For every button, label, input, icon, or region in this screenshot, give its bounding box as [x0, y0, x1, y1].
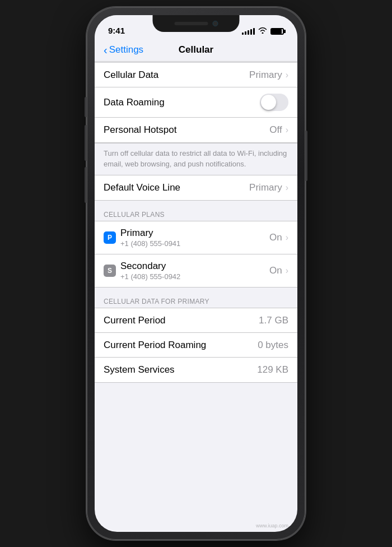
current-period-roaming-row[interactable]: Current Period Roaming 0 bytes	[95, 333, 297, 358]
volume-down-button[interactable]	[85, 167, 87, 203]
nav-bar: ‹ Settings Cellular	[95, 40, 297, 62]
signal-bar-3	[248, 30, 249, 35]
data-roaming-label: Data Roaming	[104, 97, 165, 108]
secondary-plan-left: S Secondary +1 (408) 555-0942	[104, 261, 180, 281]
info-text: Turn off cellular data to restrict all d…	[104, 149, 287, 168]
speaker	[174, 22, 208, 25]
default-voice-line-label: Default Voice Line	[104, 182, 180, 193]
screen-content: ‹ Settings Cellular Cellular Data Primar…	[95, 40, 297, 532]
wifi-icon	[258, 27, 267, 35]
current-period-roaming-label: Current Period Roaming	[104, 340, 206, 351]
cellular-plans-section-label: CELLULAR PLANS	[104, 211, 165, 219]
phone-screen: 9:41	[95, 15, 297, 532]
status-time: 9:41	[108, 26, 125, 36]
personal-hotspot-label: Personal Hotspot	[104, 124, 176, 136]
battery-fill	[272, 29, 282, 34]
primary-plan-value-group: On ›	[269, 232, 288, 243]
system-services-value-group: 129 KB	[257, 364, 288, 376]
signal-icon	[242, 28, 255, 35]
cellular-data-label: Cellular Data	[104, 69, 158, 81]
current-period-value-group: 1.7 GB	[259, 315, 288, 326]
power-button[interactable]	[305, 131, 307, 181]
personal-hotspot-value-group: Off ›	[269, 124, 288, 136]
secondary-plan-number: +1 (408) 555-0942	[120, 272, 180, 281]
current-period-row[interactable]: Current Period 1.7 GB	[95, 308, 297, 333]
toggle-knob	[261, 95, 276, 110]
system-services-label: System Services	[104, 364, 175, 376]
signal-bar-1	[242, 33, 244, 35]
personal-hotspot-row[interactable]: Personal Hotspot Off ›	[95, 118, 297, 142]
cellular-plans-section-gap: CELLULAR PLANS	[95, 201, 297, 221]
secondary-plan-value: On	[269, 265, 282, 276]
page-title: Cellular	[179, 44, 213, 55]
default-voice-line-chevron-icon: ›	[286, 183, 288, 193]
group-cellular-plans: P Primary +1 (408) 555-0941 On ›	[95, 221, 297, 288]
watermark: www.iuap.com	[256, 523, 288, 529]
secondary-plan-badge: S	[104, 265, 116, 277]
primary-plan-chevron-icon: ›	[286, 233, 288, 243]
secondary-badge-letter: S	[108, 267, 112, 275]
back-button[interactable]: ‹ Settings	[104, 44, 143, 55]
back-label: Settings	[109, 44, 143, 55]
primary-badge-letter: P	[108, 234, 112, 242]
front-camera	[212, 21, 218, 26]
group-voice-line: Default Voice Line Primary ›	[95, 175, 297, 201]
status-icons	[242, 27, 284, 36]
current-period-roaming-value-group: 0 bytes	[258, 340, 288, 351]
battery-icon	[270, 28, 284, 35]
data-roaming-toggle[interactable]	[260, 94, 288, 111]
primary-plan-value: On	[269, 232, 282, 243]
signal-bar-5	[253, 28, 255, 35]
data-roaming-row[interactable]: Data Roaming	[95, 87, 297, 118]
notch	[153, 15, 240, 32]
system-services-value: 129 KB	[257, 364, 288, 376]
primary-plan-name: Primary	[120, 228, 180, 239]
signal-bar-4	[250, 29, 252, 35]
volume-up-button[interactable]	[85, 125, 87, 161]
back-chevron-icon: ‹	[104, 44, 108, 55]
secondary-plan-info: Secondary +1 (408) 555-0942	[120, 261, 180, 281]
signal-bar-2	[245, 31, 246, 35]
current-period-label: Current Period	[104, 315, 166, 326]
personal-hotspot-chevron-icon: ›	[286, 125, 288, 135]
cellular-data-primary-section-label: CELLULAR DATA FOR PRIMARY	[104, 298, 209, 305]
cellular-data-value-group: Primary ›	[249, 69, 288, 81]
current-period-roaming-value: 0 bytes	[258, 340, 288, 351]
secondary-plan-name: Secondary	[120, 261, 180, 272]
default-voice-line-row[interactable]: Default Voice Line Primary ›	[95, 175, 297, 200]
phone-frame: 9:41	[87, 7, 305, 540]
cellular-data-chevron-icon: ›	[286, 70, 288, 80]
cellular-data-value: Primary	[249, 69, 282, 81]
cellular-data-primary-section-gap: CELLULAR DATA FOR PRIMARY	[95, 288, 297, 308]
default-voice-line-value-group: Primary ›	[249, 182, 288, 193]
system-services-row[interactable]: System Services 129 KB	[95, 358, 297, 382]
primary-plan-badge: P	[104, 231, 116, 244]
default-voice-line-value: Primary	[249, 182, 282, 193]
info-text-section: Turn off cellular data to restrict all d…	[95, 143, 297, 175]
primary-plan-left: P Primary +1 (408) 555-0941	[104, 228, 180, 248]
current-period-value: 1.7 GB	[259, 315, 288, 326]
group-cellular-data-primary: Current Period 1.7 GB Current Period Roa…	[95, 308, 297, 383]
personal-hotspot-value: Off	[269, 124, 282, 136]
secondary-plan-value-group: On ›	[269, 265, 288, 276]
secondary-plan-chevron-icon: ›	[286, 266, 288, 276]
mute-button[interactable]	[85, 97, 87, 117]
cellular-data-row[interactable]: Cellular Data Primary ›	[95, 63, 297, 87]
group-cellular-main: Cellular Data Primary › Data Roaming Per…	[95, 62, 297, 143]
secondary-plan-row[interactable]: S Secondary +1 (408) 555-0942 On ›	[95, 254, 297, 287]
primary-plan-info: Primary +1 (408) 555-0941	[120, 228, 180, 248]
primary-plan-row[interactable]: P Primary +1 (408) 555-0941 On ›	[95, 221, 297, 254]
primary-plan-number: +1 (408) 555-0941	[120, 239, 180, 248]
